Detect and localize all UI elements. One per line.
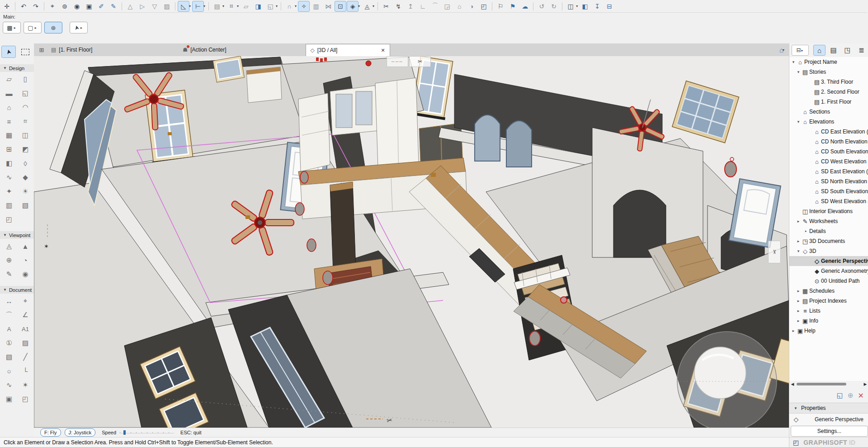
scrollbar-thumb[interactable] <box>797 383 846 385</box>
magnet-gravity-button[interactable]: ⊛ <box>44 22 62 33</box>
pick-up-parameters-icon[interactable]: ✐ <box>95 1 107 12</box>
tree-item-help[interactable]: ▸▣Help <box>789 326 868 336</box>
tab-1-first-floor[interactable]: ▤[1. First Floor] <box>47 44 97 56</box>
elevation-tool-icon[interactable]: ▲ <box>19 240 32 252</box>
chevron-down-icon[interactable]: ▾ <box>358 4 360 8</box>
door-tool-icon[interactable]: ◫ <box>19 129 32 141</box>
wall-tool-icon[interactable]: ▱ <box>3 73 15 85</box>
chevron-down-icon[interactable]: ▾ <box>373 4 374 8</box>
hotspot-tool-icon[interactable]: ✶ <box>19 379 32 391</box>
label-tool-icon[interactable]: A1 <box>19 323 32 335</box>
arrow-tool[interactable]: ➤ <box>1 46 16 58</box>
scroll-right-icon[interactable]: ▶ <box>862 382 868 386</box>
interior-elevation-tool-icon[interactable]: ⊕ <box>3 254 15 266</box>
measure-icon[interactable]: ▥ <box>310 1 322 12</box>
cut-plane-scissors-handle[interactable]: ✂ <box>409 56 431 67</box>
tree-item-info[interactable]: ▸▣Info <box>789 316 868 326</box>
project-chooser-button[interactable]: ⊟ ▸ <box>792 45 809 56</box>
properties-header[interactable]: ▼ Properties <box>789 403 868 414</box>
tree-item-generic-axonometry[interactable]: ◆Generic Axonometry <box>789 266 868 276</box>
navigator-toggle-button[interactable]: ⌂ ▾ <box>779 46 785 54</box>
tree-item-sd-south-elevation-au[interactable]: ⌂SD South Elevation (Au <box>789 186 868 196</box>
tree-item-sd-west-elevation-aut[interactable]: ⌂SD West Elevation (Aut <box>789 196 868 206</box>
chevron-down-icon[interactable]: ▾ <box>295 4 297 8</box>
cut-plane-scissors-handle[interactable]: ✂ <box>768 241 781 263</box>
expand-arrow-icon[interactable]: ▸ <box>796 309 801 313</box>
expand-arrow-icon[interactable]: ▸ <box>796 239 801 243</box>
mesh-tool-icon[interactable]: ∿ <box>3 171 15 183</box>
tree-item-3d-documents[interactable]: ▸◳3D Documents <box>789 236 868 246</box>
fill-cloud-tool-icon[interactable]: ▨ <box>19 337 32 349</box>
expand-arrow-icon[interactable]: ▸ <box>796 289 801 293</box>
cut-plane-dash-handle[interactable]: ╌╌╌ <box>387 56 408 67</box>
tree-item-cd-south-elevation-au[interactable]: ⌂CD South Elevation (Au <box>789 147 868 157</box>
hatch-display-icon[interactable]: ▨ <box>161 1 173 12</box>
fillet-chamfer-icon[interactable]: ⌒ <box>429 1 441 12</box>
camera-tool-icon[interactable]: ◉ <box>19 268 32 280</box>
shell-tool-icon[interactable]: ◠ <box>19 101 32 113</box>
chevron-down-icon[interactable]: ▾ <box>222 4 224 8</box>
review-changes-icon[interactable]: ↺ <box>536 1 547 12</box>
mirror-elements-icon[interactable]: ▷ <box>137 1 148 12</box>
stair-tool-icon[interactable]: ≡ <box>3 115 15 127</box>
inject-parameters-icon[interactable]: ✎ <box>108 1 119 12</box>
tree-item-worksheets[interactable]: ▸✎Worksheets <box>789 216 868 226</box>
expand-arrow-icon[interactable]: ▾ <box>791 60 796 64</box>
expand-arrow-icon[interactable]: ▾ <box>796 70 801 74</box>
polyline-tool-icon[interactable]: └ <box>19 365 32 377</box>
window-tool-icon[interactable]: ⊞ <box>3 143 15 155</box>
tree-item-3-third-floor[interactable]: ▤3. Third Floor <box>789 77 868 87</box>
mirror-panel-icon[interactable]: ◑ <box>466 1 477 12</box>
detail-tool-icon[interactable]: ◔ <box>19 254 32 266</box>
view-map-tab[interactable]: ▤ <box>827 45 840 56</box>
dimension-tool-icon[interactable]: ↔ <box>3 295 15 307</box>
orient-compass-icon[interactable]: ◬ <box>361 1 373 12</box>
tree-item-sections[interactable]: ⌂Sections <box>789 107 868 117</box>
tree-item-generic-perspective[interactable]: ◇Generic Perspective <box>789 256 868 266</box>
tree-item-3d[interactable]: ▾◇3D <box>789 246 868 256</box>
publisher-sets-tab[interactable]: ≣ <box>855 45 868 56</box>
morph-tool-icon[interactable]: ◆ <box>19 171 32 183</box>
curtain-wall-tool-icon[interactable]: ▦ <box>3 129 15 141</box>
corner-window-tool-icon[interactable]: ◧ <box>3 157 15 169</box>
tree-item-project-indexes[interactable]: ▸▤Project Indexes <box>789 296 868 306</box>
tree-item-cd-west-elevation-aut[interactable]: ⌂CD West Elevation (Aut <box>789 157 868 166</box>
3d-scene[interactable]: ✶ ✂ <box>34 56 789 428</box>
marquee-tool[interactable] <box>18 46 33 58</box>
railing-tool-icon[interactable]: ⌗ <box>19 115 32 127</box>
snap-guides-icon[interactable]: ⊢ <box>192 1 204 12</box>
slab-tool-icon[interactable]: ◱ <box>19 87 32 99</box>
grid-element-tool-icon[interactable]: ▧ <box>19 200 32 211</box>
resize-icon[interactable]: ◲ <box>441 1 453 12</box>
tree-item-elevations[interactable]: ▾⌂Elevations <box>789 117 868 127</box>
panel-door-icon[interactable]: ◨ <box>252 1 264 12</box>
orbit-icon[interactable]: ⊚ <box>59 1 71 12</box>
guide-lines-icon[interactable]: ◺ <box>178 1 189 12</box>
magic-wand-icon[interactable]: ✧ <box>298 1 310 12</box>
lock-elements-icon[interactable]: ∩ <box>283 1 295 12</box>
chevron-down-icon[interactable]: ▾ <box>276 4 278 8</box>
new-viewpoint-button[interactable]: ⊕ <box>848 391 854 399</box>
close-icon[interactable]: ✕ <box>381 48 385 53</box>
chevron-down-icon[interactable]: ▾ <box>576 4 578 8</box>
tree-item-details[interactable]: ◔Details <box>789 226 868 236</box>
skylight-tool-icon[interactable]: ◩ <box>19 143 32 155</box>
graphisoft-id-bar[interactable]: ◰ GRAPHISOFT ID <box>789 437 868 447</box>
tree-item-1-first-floor[interactable]: ▤1. First Floor <box>789 97 868 107</box>
send-to-story-icon[interactable]: ↧ <box>591 1 603 12</box>
filter-elements-icon[interactable]: △ <box>124 1 136 12</box>
flag-list-icon[interactable]: ⚑ <box>507 1 519 12</box>
toolbox-section-document[interactable]: ▼Document <box>0 286 34 294</box>
circle-tool-icon[interactable]: ○ <box>3 365 15 377</box>
tree-item-stories[interactable]: ▾▤Stories <box>789 67 868 77</box>
chevron-down-icon[interactable]: ▾ <box>237 4 239 8</box>
expand-arrow-icon[interactable]: ▸ <box>796 299 801 303</box>
speed-slider[interactable] <box>120 430 174 435</box>
tab-action-center[interactable]: ☗[Action Center] <box>178 44 231 56</box>
arrow-tool-button[interactable]: ➤▸ <box>70 22 88 33</box>
stretch-icon[interactable]: ⋈ <box>322 1 334 12</box>
markup-columns-icon[interactable]: ⊟ <box>604 1 615 12</box>
tree-item-2-second-floor[interactable]: ▤2. Second Floor <box>789 87 868 97</box>
editing-plane-icon[interactable]: ▱ <box>240 1 252 12</box>
equipment-tool-icon[interactable]: ▥ <box>3 200 15 211</box>
